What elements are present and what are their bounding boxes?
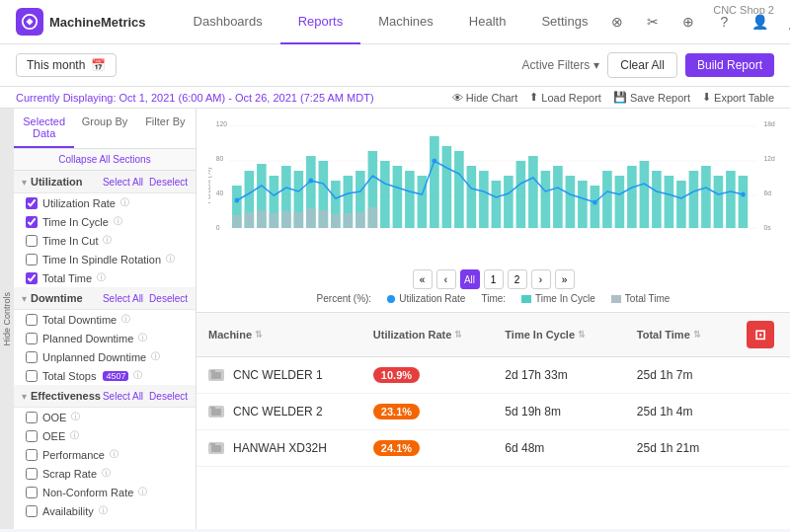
sort-icon-machine[interactable]: ⇅ — [255, 330, 263, 340]
sort-icon-total[interactable]: ⇅ — [693, 330, 701, 340]
toolbar: This month 📅 Active Filters ▾ Clear All … — [0, 44, 790, 87]
info-icon-5: ⓘ — [97, 271, 106, 284]
checkbox-time-cycle[interactable] — [26, 216, 38, 228]
calendar-icon: 📅 — [91, 58, 106, 72]
svg-rect-57 — [245, 212, 255, 228]
svg-rect-28 — [405, 171, 415, 228]
checkbox-total-downtime[interactable] — [26, 314, 38, 326]
svg-rect-31 — [442, 146, 452, 228]
svg-rect-44 — [602, 171, 612, 228]
checkbox-total-time[interactable] — [26, 272, 38, 284]
checkbox-time-cut[interactable] — [26, 235, 38, 247]
sort-icon-util[interactable]: ⇅ — [454, 330, 462, 340]
page-1[interactable]: 1 — [484, 269, 504, 289]
info-icon-10: ⓘ — [71, 411, 80, 423]
svg-rect-48 — [652, 171, 662, 228]
checkbox-performance[interactable] — [26, 449, 38, 461]
active-filters[interactable]: Active Filters ▾ — [522, 58, 600, 72]
chart-legend: Percent (%): Utilization Rate Time: Time… — [208, 293, 778, 304]
info-icon-13: ⓘ — [102, 467, 111, 480]
check-planned-downtime: Planned Downtime ⓘ — [14, 329, 196, 347]
info-icon-3: ⓘ — [103, 234, 112, 247]
legend-time-cycle: Time In Cycle — [521, 293, 595, 304]
chevron-down-icon: ▾ — [593, 58, 599, 72]
page-all[interactable]: All — [460, 269, 480, 289]
svg-rect-40 — [553, 166, 563, 228]
check-non-conform: Non-Conform Rate ⓘ — [14, 483, 196, 501]
checkbox-unplanned-downtime[interactable] — [26, 351, 38, 363]
svg-point-70 — [432, 159, 436, 164]
page-next[interactable]: › — [531, 269, 551, 289]
sub-toolbar: Currently Displaying: Oct 1, 2021 (6:00 … — [0, 87, 790, 109]
legend-total-time: Total Time — [611, 293, 671, 304]
date-range-label: This month — [27, 58, 85, 72]
page-next-next[interactable]: » — [555, 269, 575, 289]
export-icon: ⬇ — [702, 91, 711, 104]
top-nav: MachineMetrics Dashboards Reports Machin… — [0, 0, 790, 44]
select-all-util[interactable]: Select All — [103, 177, 143, 188]
date-picker[interactable]: This month 📅 — [16, 53, 117, 77]
alert-icon[interactable]: ⊗ — [605, 10, 629, 34]
svg-rect-42 — [578, 181, 588, 228]
check-util-rate: Utilization Rate ⓘ — [14, 193, 196, 212]
nav-links: Dashboards Reports Machines Health Setti… — [176, 0, 606, 44]
main-layout: Hide Controls Selected Data Group By Fil… — [0, 109, 790, 529]
page-2[interactable]: 2 — [508, 269, 527, 289]
check-total-stops: Total Stops 4507 ⓘ — [14, 366, 196, 385]
nav-machines[interactable]: Machines — [360, 0, 451, 44]
nav-reports[interactable]: Reports — [280, 0, 361, 44]
checkbox-scrap[interactable] — [26, 468, 38, 480]
page-prev-prev[interactable]: « — [413, 269, 433, 289]
hide-chart-action[interactable]: 👁 Hide Chart — [452, 92, 518, 104]
tab-filter-by[interactable]: Filter By — [135, 109, 196, 148]
save-report-action[interactable]: 💾 Save Report — [613, 91, 690, 104]
deselect-downtime[interactable]: Deselect — [149, 293, 188, 304]
select-all-eff[interactable]: Select All — [103, 391, 143, 402]
row-util-3: 24.1% — [373, 440, 505, 456]
globe-icon[interactable]: ⊕ — [676, 10, 700, 34]
svg-rect-76 — [210, 407, 215, 409]
checkbox-ooe[interactable] — [26, 412, 38, 423]
checkbox-availability[interactable] — [26, 505, 38, 517]
sidebar-toggle[interactable]: Hide Controls — [0, 109, 14, 529]
nav-dashboards[interactable]: Dashboards — [176, 0, 280, 44]
info-icon-7: ⓘ — [138, 332, 147, 344]
deselect-eff[interactable]: Deselect — [149, 391, 188, 402]
legend-time-label: Time: — [481, 293, 506, 304]
svg-rect-37 — [516, 161, 526, 228]
machine-icon-1 — [208, 369, 224, 381]
svg-rect-35 — [492, 181, 502, 228]
build-report-button[interactable]: Build Report — [685, 53, 774, 77]
checkbox-util-rate[interactable] — [26, 197, 38, 209]
checkbox-spindle[interactable] — [26, 254, 38, 266]
tools-icon[interactable]: ✂ — [641, 10, 665, 34]
col-time-cycle-header: Time In Cycle ⇅ — [505, 329, 636, 341]
tab-selected-data[interactable]: Selected Data — [14, 109, 74, 148]
nav-settings[interactable]: Settings — [523, 0, 605, 44]
checkbox-total-stops[interactable] — [26, 370, 38, 382]
svg-rect-50 — [676, 181, 686, 228]
logo-area: MachineMetrics — [16, 8, 146, 36]
nav-health[interactable]: Health — [451, 0, 524, 44]
expand-action-btn[interactable]: ⊡ — [747, 321, 774, 348]
section-downtime-title: Downtime — [31, 292, 103, 304]
export-table-action[interactable]: ⬇ Export Table — [702, 91, 774, 104]
tab-group-by[interactable]: Group By — [74, 109, 134, 148]
sort-icon-cycle[interactable]: ⇅ — [578, 330, 586, 340]
page-prev[interactable]: ‹ — [436, 269, 456, 289]
load-report-action[interactable]: ⬆ Load Report — [529, 91, 601, 104]
col-actions-header: ⊡ — [747, 321, 778, 348]
util-badge-3: 24.1% — [373, 440, 420, 456]
account-icon[interactable]: 👤 — [783, 10, 790, 34]
collapse-all[interactable]: Collapse All Sections — [14, 149, 196, 171]
clear-all-button[interactable]: Clear All — [607, 52, 677, 78]
deselect-util[interactable]: Deselect — [149, 177, 188, 188]
svg-rect-59 — [270, 213, 279, 228]
row-machine-2: CNC WELDER 2 — [208, 405, 373, 418]
svg-rect-64 — [331, 214, 341, 228]
checkbox-non-conform[interactable] — [26, 487, 38, 498]
checkbox-oee[interactable] — [26, 430, 38, 442]
checkbox-planned-downtime[interactable] — [26, 333, 38, 344]
select-all-downtime[interactable]: Select All — [103, 293, 143, 304]
svg-point-71 — [592, 200, 597, 205]
